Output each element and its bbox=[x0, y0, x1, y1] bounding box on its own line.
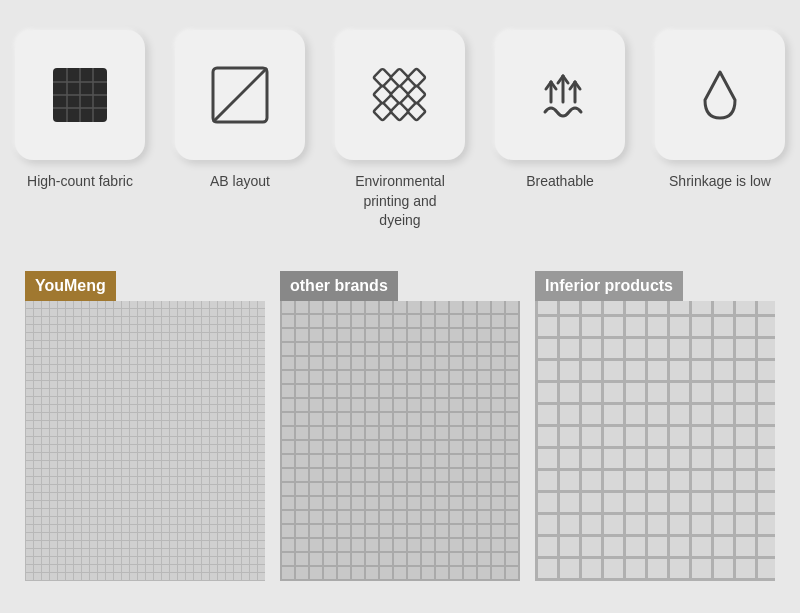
ab-layout-label: AB layout bbox=[210, 172, 270, 192]
shrinkage-low-label: Shrinkage is low bbox=[669, 172, 771, 192]
shrinkage-low-icon-box bbox=[655, 30, 785, 160]
svg-rect-10 bbox=[390, 68, 408, 86]
inferior-products-card: Inferior products bbox=[535, 271, 775, 581]
features-section: High-count fabric AB layout bbox=[0, 0, 800, 251]
svg-rect-15 bbox=[373, 102, 391, 120]
feature-breathable: Breathable bbox=[495, 30, 625, 192]
other-brands-label: other brands bbox=[280, 271, 398, 301]
svg-rect-14 bbox=[407, 85, 425, 103]
svg-rect-13 bbox=[390, 85, 408, 103]
youmeng-card: YouMeng bbox=[25, 271, 265, 581]
high-count-fabric-icon-box bbox=[15, 30, 145, 160]
youmeng-fabric-display bbox=[25, 301, 265, 581]
shrinkage-low-icon bbox=[685, 60, 755, 130]
youmeng-label: YouMeng bbox=[25, 271, 116, 301]
ab-layout-icon-box bbox=[175, 30, 305, 160]
feature-ab-layout: AB layout bbox=[175, 30, 305, 192]
feature-shrinkage-low: Shrinkage is low bbox=[655, 30, 785, 192]
other-brands-fabric-display bbox=[280, 301, 520, 581]
environmental-printing-icon-box bbox=[335, 30, 465, 160]
other-brands-card: other brands bbox=[280, 271, 520, 581]
environmental-printing-label: Environmental printing and dyeing bbox=[345, 172, 455, 231]
high-count-fabric-icon bbox=[45, 60, 115, 130]
high-count-fabric-label: High-count fabric bbox=[27, 172, 133, 192]
svg-rect-12 bbox=[373, 85, 391, 103]
feature-environmental-printing: Environmental printing and dyeing bbox=[335, 30, 465, 231]
svg-rect-11 bbox=[407, 68, 425, 86]
svg-rect-16 bbox=[390, 102, 408, 120]
feature-high-count-fabric: High-count fabric bbox=[15, 30, 145, 192]
svg-line-8 bbox=[213, 68, 267, 122]
inferior-products-fabric-display bbox=[535, 301, 775, 581]
svg-rect-9 bbox=[373, 68, 391, 86]
breathable-label: Breathable bbox=[526, 172, 594, 192]
breathable-icon bbox=[525, 60, 595, 130]
ab-layout-icon bbox=[205, 60, 275, 130]
environmental-printing-icon bbox=[365, 60, 435, 130]
brand-comparison-section: YouMeng other brands Inferior products bbox=[0, 251, 800, 601]
svg-rect-17 bbox=[407, 102, 425, 120]
breathable-icon-box bbox=[495, 30, 625, 160]
inferior-products-label: Inferior products bbox=[535, 271, 683, 301]
